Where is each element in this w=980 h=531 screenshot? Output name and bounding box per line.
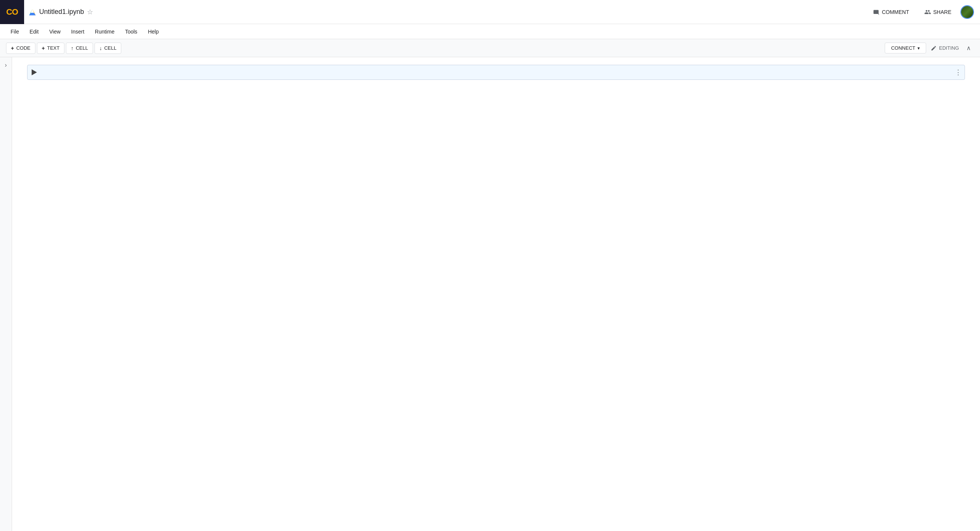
menu-insert[interactable]: Insert xyxy=(67,27,89,36)
toolbar: + CODE + TEXT ↑ CELL ↓ CELL CONNECT ▾ ED… xyxy=(0,39,980,57)
chevron-down-icon: ▾ xyxy=(918,46,920,51)
cell-up-label: CELL xyxy=(76,45,88,51)
connect-label: CONNECT xyxy=(891,45,915,51)
code-label: CODE xyxy=(16,45,30,51)
collapse-toolbar-button[interactable]: ∧ xyxy=(963,43,974,53)
plus-text-icon: + xyxy=(42,45,45,51)
cell-more-options-button[interactable]: ⋮ xyxy=(952,67,964,78)
menu-view[interactable]: View xyxy=(45,27,65,36)
comment-label: COMMENT xyxy=(882,9,909,15)
menu-tools[interactable]: Tools xyxy=(121,27,142,36)
content-area: ⋮ xyxy=(12,57,980,531)
cell-down-label: CELL xyxy=(104,45,117,51)
title-area: Untitled1.ipynb ☆ xyxy=(24,8,867,16)
toolbar-right: CONNECT ▾ EDITING ∧ xyxy=(885,43,974,54)
top-bar: CO Untitled1.ipynb ☆ COMMENT SHARE xyxy=(0,0,980,24)
add-text-button[interactable]: + TEXT xyxy=(37,43,64,54)
pencil-icon xyxy=(931,45,937,51)
share-people-icon xyxy=(924,9,931,16)
toolbar-left: + CODE + TEXT ↑ CELL ↓ CELL xyxy=(6,43,885,54)
comment-icon xyxy=(873,9,880,16)
top-right-actions: COMMENT SHARE xyxy=(867,5,980,19)
user-avatar[interactable] xyxy=(961,5,974,19)
plus-code-icon: + xyxy=(11,45,14,51)
menu-help[interactable]: Help xyxy=(143,27,164,36)
drive-icon xyxy=(29,8,36,16)
move-cell-down-button[interactable]: ↓ CELL xyxy=(94,43,122,54)
menu-bar: File Edit View Insert Runtime Tools Help xyxy=(0,24,980,39)
notebook-title[interactable]: Untitled1.ipynb xyxy=(39,8,84,16)
editing-label-text: EDITING xyxy=(939,45,959,51)
more-icon: ⋮ xyxy=(955,68,961,76)
menu-file[interactable]: File xyxy=(6,27,24,36)
favorite-icon[interactable]: ☆ xyxy=(87,8,93,16)
avatar-image xyxy=(961,6,973,18)
arrow-down-icon: ↓ xyxy=(99,45,102,51)
cell-input[interactable] xyxy=(41,65,952,79)
play-icon xyxy=(32,69,37,75)
sidebar-toggle[interactable]: › xyxy=(0,57,12,531)
editing-status: EDITING xyxy=(931,45,959,51)
text-label: TEXT xyxy=(47,45,59,51)
share-label: SHARE xyxy=(933,9,951,15)
menu-runtime[interactable]: Runtime xyxy=(91,27,119,36)
run-cell-button[interactable] xyxy=(27,65,41,79)
add-code-button[interactable]: + CODE xyxy=(6,43,35,54)
colab-logo[interactable]: CO xyxy=(0,0,24,24)
comment-button[interactable]: COMMENT xyxy=(867,6,915,19)
arrow-up-icon: ↑ xyxy=(71,45,73,51)
move-cell-up-button[interactable]: ↑ CELL xyxy=(66,43,93,54)
colab-logo-text: CO xyxy=(6,7,18,17)
menu-edit[interactable]: Edit xyxy=(25,27,43,36)
share-button[interactable]: SHARE xyxy=(918,6,958,19)
code-cell: ⋮ xyxy=(27,65,965,80)
connect-button[interactable]: CONNECT ▾ xyxy=(885,43,926,54)
sidebar-toggle-icon: › xyxy=(5,62,7,68)
main-layout: › ⋮ xyxy=(0,57,980,531)
